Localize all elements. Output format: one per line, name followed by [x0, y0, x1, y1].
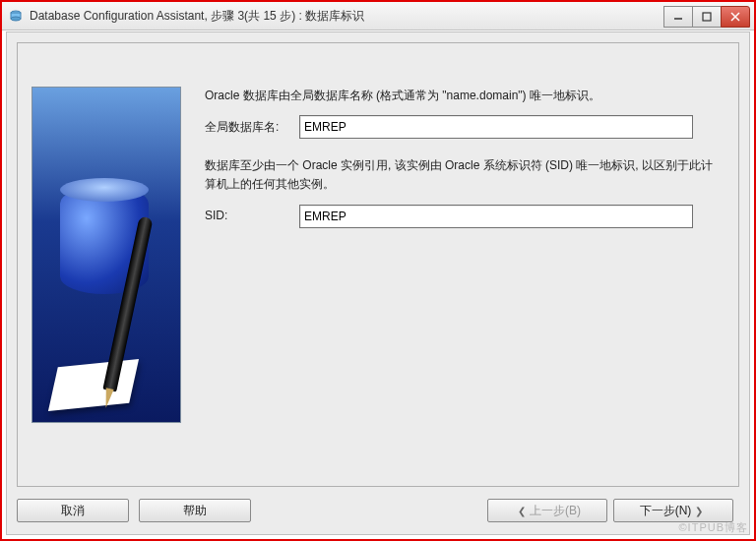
- app-icon: [8, 8, 24, 24]
- chevron-right-icon: ❯: [695, 506, 703, 516]
- wizard-illustration: [32, 87, 181, 423]
- form-area: Oracle 数据库由全局数据库名称 (格式通常为 "name.domain")…: [205, 87, 723, 246]
- global-db-row: 全局数据库名:: [205, 115, 723, 139]
- back-button-label: 上一步(B): [530, 503, 581, 519]
- window-controls: [664, 6, 750, 26]
- help-button[interactable]: 帮助: [139, 499, 251, 522]
- global-db-label: 全局数据库名:: [205, 118, 299, 137]
- next-button[interactable]: 下一步(N) ❯: [613, 499, 733, 522]
- minimize-button[interactable]: [663, 6, 693, 28]
- watermark: ©ITPUB博客: [679, 520, 749, 535]
- close-button[interactable]: [721, 6, 750, 28]
- window-title: Database Configuration Assistant, 步骤 3(共…: [30, 8, 664, 25]
- titlebar: Database Configuration Assistant, 步骤 3(共…: [2, 2, 754, 30]
- maximize-button[interactable]: [692, 6, 722, 28]
- svg-point-2: [11, 17, 21, 21]
- next-button-label: 下一步(N): [640, 503, 692, 519]
- back-button[interactable]: ❮ 上一步(B): [487, 499, 607, 522]
- sid-label: SID:: [205, 207, 299, 225]
- button-bar: 取消 帮助 ❮ 上一步(B) 下一步(N) ❯: [17, 495, 739, 526]
- cancel-button[interactable]: 取消: [17, 499, 129, 522]
- global-db-input[interactable]: [299, 115, 693, 139]
- content-panel: Oracle 数据库由全局数据库名称 (格式通常为 "name.domain")…: [17, 42, 739, 487]
- svg-rect-4: [703, 13, 711, 21]
- client-area: Oracle 数据库由全局数据库名称 (格式通常为 "name.domain")…: [6, 31, 750, 535]
- chevron-left-icon: ❮: [518, 506, 526, 516]
- sid-row: SID:: [205, 205, 723, 228]
- global-db-description: Oracle 数据库由全局数据库名称 (格式通常为 "name.domain")…: [205, 87, 723, 105]
- sid-input[interactable]: [299, 205, 693, 228]
- sid-description: 数据库至少由一个 Oracle 实例引用, 该实例由 Oracle 系统标识符 …: [205, 156, 723, 194]
